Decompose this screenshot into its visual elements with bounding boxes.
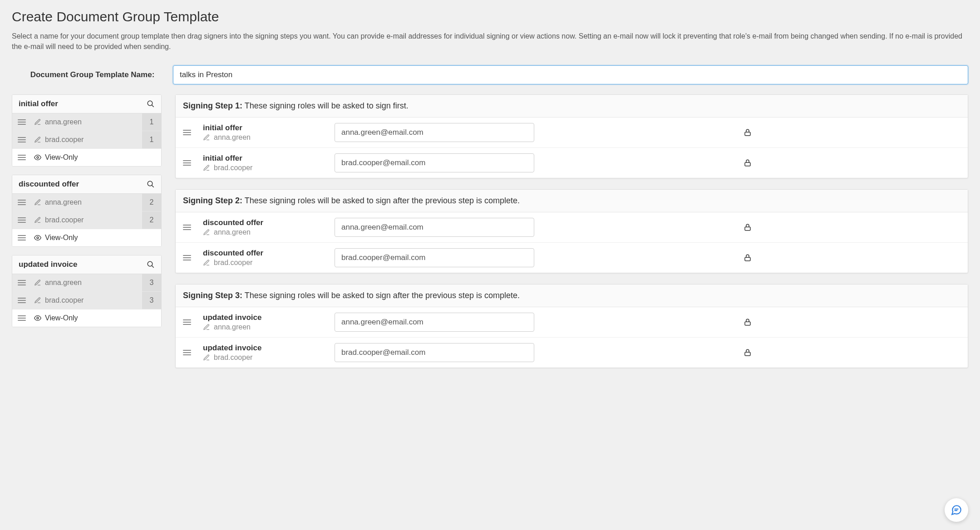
drag-handle-icon[interactable]: [18, 155, 26, 160]
step-badge: 2: [142, 211, 161, 229]
document-card: discounted offer anna.green 2 brad.coope…: [12, 175, 162, 247]
document-role-row[interactable]: anna.green 2: [12, 194, 161, 211]
signing-step-card: Signing Step 2: These signing roles will…: [175, 189, 968, 273]
signing-steps-main: Signing Step 1: These signing roles will…: [175, 94, 968, 368]
signing-step-row: initial offer brad.cooper: [176, 148, 968, 178]
step-badge: 3: [142, 274, 161, 291]
search-icon[interactable]: [147, 180, 155, 188]
step-row-document: discounted offer: [203, 249, 335, 258]
drag-handle-icon[interactable]: [18, 217, 26, 223]
lock-icon[interactable]: [744, 318, 752, 327]
svg-point-8: [37, 317, 39, 319]
drag-handle-icon[interactable]: [183, 225, 191, 230]
page-title: Create Document Group Template: [12, 9, 968, 25]
lock-icon[interactable]: [744, 223, 752, 232]
drag-handle-icon[interactable]: [183, 255, 191, 260]
documents-sidebar: initial offer anna.green 1 brad.cooper 1…: [12, 94, 162, 368]
step-row-role: brad.cooper: [214, 353, 335, 362]
drag-handle-icon[interactable]: [18, 298, 26, 303]
step-badge: 2: [142, 194, 161, 211]
signing-step-row: initial offer anna.green: [176, 118, 968, 148]
sign-icon: [34, 279, 41, 286]
document-card: updated invoice anna.green 3 brad.cooper…: [12, 255, 162, 327]
document-card: initial offer anna.green 1 brad.cooper 1…: [12, 94, 162, 167]
email-input[interactable]: [335, 248, 534, 267]
document-role-row[interactable]: anna.green 3: [12, 274, 161, 292]
template-name-input[interactable]: [173, 65, 968, 84]
drag-handle-icon[interactable]: [183, 350, 191, 355]
email-input[interactable]: [335, 343, 534, 362]
drag-handle-icon[interactable]: [183, 130, 191, 135]
svg-point-6: [148, 262, 153, 267]
signing-step-header: Signing Step 2: These signing roles will…: [176, 190, 968, 212]
signing-step-row: discounted offer anna.green: [176, 212, 968, 243]
view-only-row[interactable]: View-Only: [12, 229, 161, 246]
document-role-row[interactable]: brad.cooper 3: [12, 292, 161, 309]
drag-handle-icon[interactable]: [183, 319, 191, 325]
sign-icon: [203, 259, 210, 266]
step-label-prefix: Signing Step 3:: [183, 291, 242, 300]
email-input[interactable]: [335, 313, 534, 332]
eye-icon: [34, 154, 41, 161]
sign-icon: [34, 216, 41, 224]
step-row-document: initial offer: [203, 123, 335, 132]
signing-step-row: discounted offer brad.cooper: [176, 243, 968, 273]
signing-step-card: Signing Step 3: These signing roles will…: [175, 284, 968, 368]
svg-rect-14: [745, 353, 750, 356]
svg-line-4: [152, 186, 154, 188]
document-title: updated invoice: [19, 260, 77, 269]
role-name: brad.cooper: [45, 216, 142, 224]
step-badge: 1: [142, 131, 161, 148]
step-row-role: anna.green: [214, 133, 335, 142]
view-only-row[interactable]: View-Only: [12, 149, 161, 166]
signing-step-header: Signing Step 1: These signing roles will…: [176, 95, 968, 118]
drag-handle-icon[interactable]: [18, 235, 26, 240]
drag-handle-icon[interactable]: [18, 315, 26, 321]
svg-point-0: [148, 101, 153, 106]
search-icon[interactable]: [147, 100, 155, 108]
svg-point-2: [37, 157, 39, 158]
view-only-label: View-Only: [45, 153, 156, 162]
search-icon[interactable]: [147, 260, 155, 269]
drag-handle-icon[interactable]: [183, 160, 191, 166]
role-name: anna.green: [45, 279, 142, 287]
sign-icon: [34, 199, 41, 206]
email-input[interactable]: [335, 153, 534, 172]
lock-icon[interactable]: [744, 158, 752, 167]
sign-icon: [203, 134, 210, 141]
view-only-label: View-Only: [45, 314, 156, 322]
step-label-prefix: Signing Step 1:: [183, 101, 242, 110]
drag-handle-icon[interactable]: [18, 137, 26, 142]
document-role-row[interactable]: brad.cooper 1: [12, 131, 161, 149]
step-label-rest: These signing roles will be asked to sig…: [242, 291, 520, 300]
step-badge: 3: [142, 292, 161, 309]
role-name: anna.green: [45, 118, 142, 126]
svg-line-1: [152, 105, 154, 108]
email-input[interactable]: [335, 123, 534, 142]
drag-handle-icon[interactable]: [18, 280, 26, 285]
drag-handle-icon[interactable]: [18, 119, 26, 125]
step-row-role: brad.cooper: [214, 164, 335, 172]
document-role-row[interactable]: anna.green 1: [12, 113, 161, 131]
lock-icon[interactable]: [744, 348, 752, 357]
document-title: initial offer: [19, 99, 58, 108]
email-input[interactable]: [335, 218, 534, 237]
page-description: Select a name for your document group te…: [12, 31, 968, 52]
eye-icon: [34, 234, 41, 241]
svg-point-3: [148, 182, 153, 186]
lock-icon[interactable]: [744, 253, 752, 262]
signing-step-row: updated invoice brad.cooper: [176, 338, 968, 368]
svg-rect-10: [745, 163, 750, 167]
view-only-row[interactable]: View-Only: [12, 309, 161, 327]
step-label-rest: These signing roles will be asked to sig…: [242, 101, 409, 110]
drag-handle-icon[interactable]: [18, 200, 26, 205]
template-name-row: Document Group Template Name:: [12, 65, 968, 84]
document-role-row[interactable]: brad.cooper 2: [12, 211, 161, 229]
step-row-document: discounted offer: [203, 218, 335, 227]
template-name-label: Document Group Template Name:: [12, 70, 173, 79]
sign-icon: [203, 229, 210, 236]
role-name: brad.cooper: [45, 296, 142, 304]
sign-icon: [203, 354, 210, 361]
role-name: anna.green: [45, 198, 142, 206]
lock-icon[interactable]: [744, 128, 752, 137]
